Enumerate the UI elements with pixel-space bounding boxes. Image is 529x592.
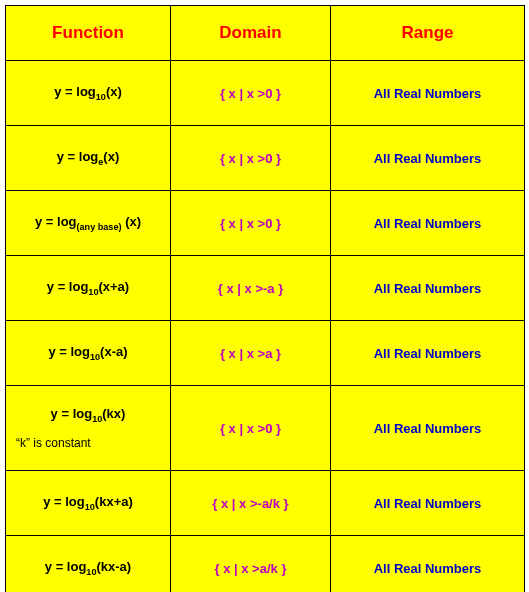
table-row: y = log10(kx+a) { x | x >-a/k } All Real… xyxy=(6,471,524,536)
range-cell: All Real Numbers xyxy=(331,536,524,592)
range-cell: All Real Numbers xyxy=(331,126,524,190)
range-text: All Real Numbers xyxy=(374,346,482,361)
table-row: y = log10(x) { x | x >0 } All Real Numbe… xyxy=(6,61,524,126)
function-text: y = log10(x+a) xyxy=(47,279,129,297)
function-cell: y = log(any base) (x) xyxy=(6,191,171,255)
function-cell: y = log10(kx-a) xyxy=(6,536,171,592)
range-text: All Real Numbers xyxy=(374,151,482,166)
range-cell: All Real Numbers xyxy=(331,61,524,125)
domain-text: { x | x >0 } xyxy=(220,216,281,231)
domain-text: { x | x >0 } xyxy=(220,86,281,101)
domain-cell: { x | x >-a/k } xyxy=(171,471,331,535)
range-text: All Real Numbers xyxy=(374,281,482,296)
domain-text: { x | x >0 } xyxy=(220,151,281,166)
range-text: All Real Numbers xyxy=(374,421,482,436)
function-text: y = log10(kx+a) xyxy=(43,494,133,512)
function-cell: y = log10(x+a) xyxy=(6,256,171,320)
function-cell: y = loge(x) xyxy=(6,126,171,190)
domain-cell: { x | x >a } xyxy=(171,321,331,385)
domain-text: { x | x >a/k } xyxy=(215,561,287,576)
table-row: y = log10(x-a) { x | x >a } All Real Num… xyxy=(6,321,524,386)
range-cell: All Real Numbers xyxy=(331,256,524,320)
domain-cell: { x | x >0 } xyxy=(171,126,331,190)
table-row: y = log(any base) (x) { x | x >0 } All R… xyxy=(6,191,524,256)
range-cell: All Real Numbers xyxy=(331,191,524,255)
function-text: y = loge(x) xyxy=(57,149,120,167)
function-text: y = log10(kx) xyxy=(51,406,126,424)
function-text: y = log10(x) xyxy=(54,84,122,102)
range-text: All Real Numbers xyxy=(374,216,482,231)
range-cell: All Real Numbers xyxy=(331,386,524,470)
domain-text: { x | x >-a/k } xyxy=(212,496,288,511)
range-text: All Real Numbers xyxy=(374,496,482,511)
header-row: Function Domain Range xyxy=(6,6,524,61)
function-note: “k” is constant xyxy=(8,436,91,450)
domain-cell: { x | x >0 } xyxy=(171,386,331,470)
range-cell: All Real Numbers xyxy=(331,471,524,535)
range-text: All Real Numbers xyxy=(374,86,482,101)
function-text: y = log10(kx-a) xyxy=(45,559,131,577)
function-text: y = log(any base) (x) xyxy=(35,214,141,232)
table-row: y = log10(kx-a) { x | x >a/k } All Real … xyxy=(6,536,524,592)
log-domain-range-table: Function Domain Range y = log10(x) { x |… xyxy=(5,5,525,592)
table-row: y = log10(x+a) { x | x >-a } All Real Nu… xyxy=(6,256,524,321)
function-cell: y = log10(kx+a) xyxy=(6,471,171,535)
header-function: Function xyxy=(6,6,171,60)
domain-cell: { x | x >a/k } xyxy=(171,536,331,592)
domain-cell: { x | x >-a } xyxy=(171,256,331,320)
header-domain: Domain xyxy=(171,6,331,60)
function-cell: y = log10(x-a) xyxy=(6,321,171,385)
table-row: y = log10(kx) “k” is constant { x | x >0… xyxy=(6,386,524,471)
table-row: y = loge(x) { x | x >0 } All Real Number… xyxy=(6,126,524,191)
domain-text: { x | x >a } xyxy=(220,346,281,361)
domain-text: { x | x >-a } xyxy=(218,281,283,296)
domain-text: { x | x >0 } xyxy=(220,421,281,436)
domain-cell: { x | x >0 } xyxy=(171,191,331,255)
function-text: y = log10(x-a) xyxy=(48,344,127,362)
function-cell: y = log10(x) xyxy=(6,61,171,125)
range-text: All Real Numbers xyxy=(374,561,482,576)
range-cell: All Real Numbers xyxy=(331,321,524,385)
domain-cell: { x | x >0 } xyxy=(171,61,331,125)
function-cell: y = log10(kx) “k” is constant xyxy=(6,386,171,470)
header-range: Range xyxy=(331,6,524,60)
